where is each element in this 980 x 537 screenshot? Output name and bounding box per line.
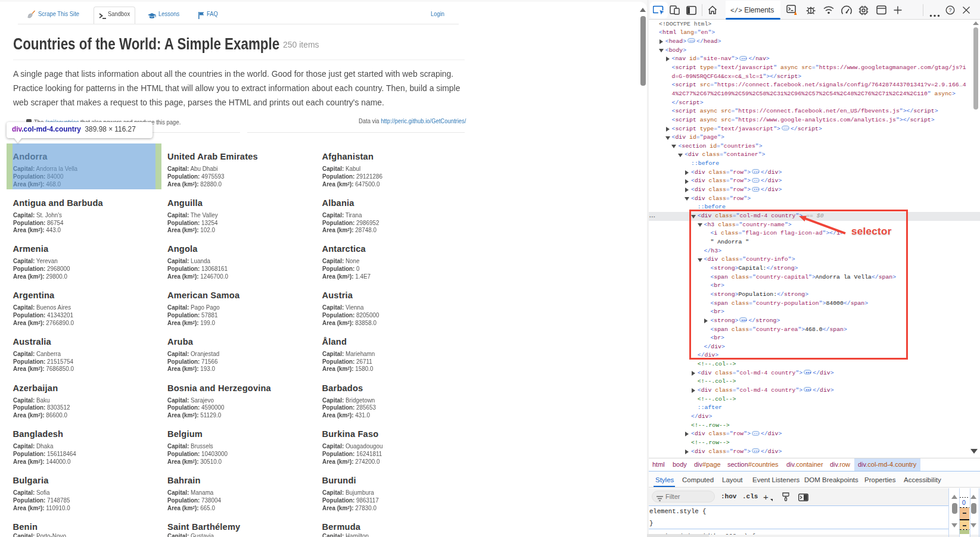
svg-text:?: ? (948, 7, 951, 13)
